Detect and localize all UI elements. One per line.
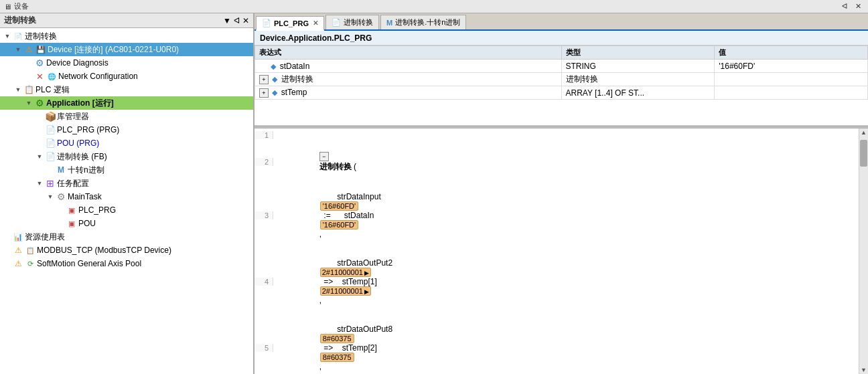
tab-jinzhi[interactable]: 📄 进制转换 <box>326 15 379 29</box>
code-arrow-5: => stTemp[2] <box>319 343 377 353</box>
tab-bar: 📄 PLC_PRG ✕ 📄 进制转换 M 进制转换.十转n进制 <box>255 13 868 31</box>
col-header-expr: 表达式 <box>255 46 562 60</box>
gear-blue-icon: ⚙ <box>34 58 45 68</box>
line-num-4: 4 <box>255 278 273 286</box>
sb-up-arrow[interactable]: ▲ <box>859 128 868 136</box>
tree-item-shizhuann[interactable]: ▷ M 十转n进制 <box>0 163 253 177</box>
var-row-2[interactable]: + ◆ stTemp ARRAY [1..4] OF ST... <box>255 86 868 100</box>
code-indent-5: strDataOutPut8 <box>319 324 392 334</box>
tab-icon-shizhuann: M <box>386 19 392 27</box>
title-icon: 🖥 <box>4 3 11 11</box>
tree-label-network: Network Configuration <box>58 72 138 81</box>
expand-app[interactable]: ▼ <box>24 98 33 108</box>
line-content-3: strDataInput '16#60FD' := stDataIn '16#6… <box>284 183 381 248</box>
task-icon: ⊞ <box>45 178 56 189</box>
tree-item-plcprg2[interactable]: ▷ ▣ PLC_PRG <box>0 203 253 217</box>
tab-label-plcprg: PLC_PRG <box>274 19 309 27</box>
expand-maintask[interactable]: ▼ <box>46 192 55 201</box>
tree-label-resources: 资源使用表 <box>25 231 65 243</box>
line-num-3: 3 <box>255 211 273 219</box>
tree-label: 进制转换 <box>25 31 57 42</box>
expand-icon-device[interactable]: ▼ <box>13 45 23 54</box>
var1-diamond: ◆ <box>272 75 277 83</box>
col-header-value: 值 <box>715 46 868 60</box>
code-line-2: 2 − 进制转换 ( <box>255 142 859 183</box>
tree-item-lib[interactable]: ▷ 📦 库管理器 <box>0 110 253 123</box>
tab-label-shizhuann: 进制转换.十转n进制 <box>395 17 460 27</box>
var2-diamond: ◆ <box>272 88 277 96</box>
line-num-1: 1 <box>255 131 273 139</box>
device-icon: 💾 <box>35 44 46 55</box>
title-bar: 🖥 设备 ᐊ ✕ <box>0 0 868 13</box>
expand-plc-logic[interactable]: ▼ <box>13 85 23 94</box>
expand-jinzhi[interactable]: ▼ <box>35 152 44 161</box>
tree-item-plc-logic[interactable]: ▼ 📋 PLC 逻辑 <box>0 83 253 96</box>
expand-var1[interactable]: + <box>259 75 269 84</box>
var-row-1[interactable]: + ◆ 进制转换 进制转换 <box>255 73 868 86</box>
var1-name: 进制转换 <box>281 74 313 84</box>
expand-task[interactable]: ▼ <box>35 179 44 188</box>
tree-item-modbus[interactable]: ▷ ⚠ 📋 MODBUS_TCP (ModbusTCP Device) <box>0 244 253 257</box>
maintask-icon: ⚙ <box>56 191 66 202</box>
tree-item-network[interactable]: ▷ ✕ 🌐 Network Configuration <box>0 70 253 83</box>
tab-plcprg[interactable]: 📄 PLC_PRG ✕ <box>256 16 324 31</box>
tree-label-plcprg2: PLC_PRG <box>78 205 116 215</box>
sb-down-arrow[interactable]: ▼ <box>859 366 868 374</box>
var-row-0[interactable]: ◆ stDataIn STRING '16#60FD' <box>255 60 868 73</box>
right-panel: 📄 PLC_PRG ✕ 📄 进制转换 M 进制转换.十转n进制 Device.A… <box>255 13 868 374</box>
plc-doc-icon: 📋 <box>23 84 34 95</box>
tree-item-diagnosis[interactable]: ▷ ⚙ Device Diagnosis <box>0 56 253 70</box>
fn-call-paren: ( <box>352 162 356 171</box>
pou-icon: 📄 <box>45 138 56 149</box>
close-icon[interactable]: ✕ <box>853 2 864 11</box>
tree-label-maintask: MainTask <box>68 192 102 201</box>
panel-left-icon[interactable]: ᐊ <box>234 16 240 25</box>
val-box-3b: '16#60FD' <box>320 220 358 229</box>
panel-close-icon[interactable]: ✕ <box>242 16 249 25</box>
tree-item-jinzhi-fb[interactable]: ▼ 📄 进制转换 (FB) <box>0 150 253 163</box>
code-comma-4: , <box>319 296 321 305</box>
title-text: 设备 <box>14 1 29 11</box>
var1-value <box>715 73 868 86</box>
tab-close-plcprg[interactable]: ✕ <box>313 19 318 27</box>
col-header-type: 类型 <box>561 46 715 60</box>
code-line-3: 3 strDataInput '16#60FD' := stDataIn '16… <box>255 183 859 249</box>
tab-shizhuann[interactable]: M 进制转换.十转n进制 <box>380 15 466 29</box>
tree-label-softmotion: SoftMotion General Axis Pool <box>37 259 141 268</box>
prog-icon1: ▣ <box>66 205 77 215</box>
var0-diamond: ◆ <box>271 62 276 70</box>
tree-container: ▼ 📄 进制转换 ▼ ⚠ 💾 Device [连接的] (AC801-0221-… <box>0 28 253 374</box>
panel-dropdown-icon[interactable]: ▼ <box>223 16 231 25</box>
network-sub-icon: 🌐 <box>46 71 57 82</box>
code-line-1: 1 <box>255 128 859 142</box>
left-panel-title-text: 进制转换 <box>4 15 36 26</box>
fn-call-name: 进制转换 <box>319 162 352 171</box>
tree-item-task[interactable]: ▼ ⊞ 任务配置 <box>0 177 253 190</box>
tree-item-application[interactable]: ▼ ⚙ Application [运行] <box>0 96 253 110</box>
val-box-4b: 2#11000001 <box>320 286 372 296</box>
line-num-5: 5 <box>255 344 273 352</box>
tree-item-pou[interactable]: ▷ 📄 POU (PRG) <box>0 136 253 150</box>
pin-icon[interactable]: ᐊ <box>839 2 850 11</box>
expand-var2[interactable]: + <box>259 88 269 98</box>
tab-icon-jinzhi: 📄 <box>332 18 341 27</box>
tree-item-pou2[interactable]: ▷ ▣ POU <box>0 217 253 230</box>
expand-icon[interactable]: ▼ <box>3 31 12 41</box>
collapse-2[interactable]: − <box>319 152 329 161</box>
sb-thumb[interactable] <box>860 140 867 167</box>
tree-item-resources[interactable]: ▷ 📊 资源使用表 <box>0 230 253 244</box>
line-content-5: strDataOutPut8 8#60375 => stTemp[2] 8#60… <box>284 315 392 374</box>
var0-value: '16#60FD' <box>715 60 868 73</box>
tree-item-softmotion[interactable]: ▷ ⚠ ⟳ SoftMotion General Axis Pool <box>0 257 253 270</box>
var-table: 表达式 类型 值 ◆ stDataIn STRING '16#60FD' <box>255 45 868 100</box>
code-section: ▲ ▼ 1 2 <box>255 128 868 374</box>
tree-item-plcprg[interactable]: ▷ 📄 PLC_PRG (PRG) <box>0 123 253 136</box>
m-icon: M <box>56 165 66 175</box>
tree-item-device[interactable]: ▼ ⚠ 💾 Device [连接的] (AC801-0221-U0R0) <box>0 43 253 56</box>
vertical-scrollbar[interactable]: ▲ ▼ <box>859 128 868 374</box>
tree-item-root[interactable]: ▼ 📄 进制转换 <box>0 29 253 43</box>
left-panel-title: 进制转换 ▼ ᐊ ✕ <box>0 13 253 28</box>
tree-item-maintask[interactable]: ▼ ⚙ MainTask <box>0 190 253 203</box>
modbus-doc-icon: 📋 <box>25 245 35 256</box>
var0-type: STRING <box>561 60 715 73</box>
